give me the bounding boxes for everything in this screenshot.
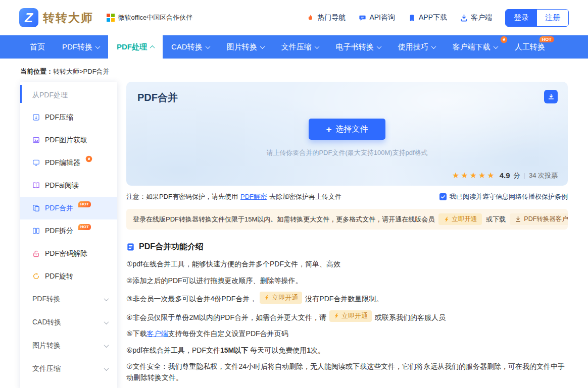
sidebar-item-pdf-ai-read[interactable]: PDFai阅读: [20, 174, 117, 197]
lightning-icon: [264, 295, 270, 301]
sidebar-item-pdf-rotate[interactable]: PDF旋转: [20, 265, 117, 288]
hot-nav-link[interactable]: 热门导航: [307, 13, 346, 22]
flame-icon: [307, 14, 314, 22]
sidebar-item-pdf-compress[interactable]: PDF压缩: [20, 106, 117, 129]
rating-unit: 分: [514, 171, 520, 180]
pdf-decrypt-link[interactable]: PDF解密: [240, 193, 267, 200]
feature-intro-section: PDF合并功能介绍 ①pdf在线合并工具，能够快速方便的合并多个PDF文件，简单…: [126, 242, 568, 383]
download-icon: [460, 14, 468, 22]
rating-votes: 34 次投票: [529, 171, 558, 180]
select-file-button[interactable]: + 选择文件: [309, 119, 385, 140]
logo-text: 转转大师: [43, 10, 93, 26]
nav-item-pdf-process[interactable]: PDF处理: [108, 35, 163, 59]
nav-item-pdf-convert[interactable]: PDF转换: [54, 35, 108, 59]
chevron-down-icon: [205, 44, 210, 49]
chat-icon: [359, 14, 366, 22]
split-icon: [32, 227, 40, 235]
flame-badge-icon: [85, 155, 92, 162]
nav-item-file-compress[interactable]: 文件压缩: [273, 35, 327, 59]
activate-vip-button[interactable]: 立即开通: [329, 310, 372, 322]
sidebar-item-pdf-merge[interactable]: PDF合并 HOT: [20, 197, 117, 219]
sidebar-item-pdf-editor[interactable]: PDF编辑器: [20, 151, 117, 174]
chevron-down-icon: [104, 296, 109, 301]
intro-line-5: ⑤下载客户端支持每份文件自定义设置PDF合并页码: [126, 328, 568, 340]
intro-line-2: ②添加之后的PDF可以进行拖拽更改顺序、删除等操作。: [126, 275, 568, 287]
nav-item-home[interactable]: 首页: [21, 35, 54, 59]
partner-badge: 微软office中国区合作伙伴: [107, 13, 192, 22]
intro-line-3: ③非会员一次最多可以合并4份PDF合并，立即开通没有PDF合并数量限制。: [126, 292, 568, 304]
sidebar-group-pdf-convert[interactable]: PDF转换: [20, 288, 117, 311]
compress-icon: [32, 114, 40, 121]
breadcrumb-prefix: 当前位置：: [20, 68, 53, 75]
rating: ★★★★★ 4.9 分 | 34 次投票: [452, 171, 558, 180]
logo-icon: Z: [19, 8, 38, 27]
chevron-up-icon: [150, 45, 155, 50]
download-icon: [548, 93, 555, 100]
sidebar-group-title: 从PDF处理: [20, 82, 117, 106]
chevron-down-icon: [104, 343, 109, 348]
auth-buttons: 登录 注册: [505, 9, 569, 27]
promo-or-text: 或下载: [486, 215, 506, 224]
sidebar-group-cad-convert[interactable]: CAD转换: [20, 311, 117, 334]
upload-panel[interactable]: PDF合并 + 选择文件 请上传你要合并的PDF文件(最大支持100M)支持pd…: [126, 82, 568, 186]
lightning-icon: [444, 216, 450, 223]
chevron-down-icon: [104, 366, 109, 371]
partner-text: 微软office中国区合作伙伴: [118, 13, 193, 22]
header-quick-links: 热门导航 API咨询 APP下载 客户端: [307, 13, 492, 22]
top-header: Z 转转大师 微软office中国区合作伙伴 热门导航 API咨询 APP下载 …: [0, 0, 588, 35]
intro-line-4: ④非会员仅限于单份2M以内的PDF合并，如需合并更大文件，请立即开通或联系我们的…: [126, 310, 568, 323]
intro-line-7: ⑦文件安全：我们尊重隐私权，文件24小时后将自动删除，无人能阅读或下载这些文件，…: [126, 361, 568, 383]
sidebar-group-image-convert[interactable]: 图片转换: [20, 334, 117, 357]
app-download-link[interactable]: APP下载: [408, 13, 447, 22]
nav-item-image-convert[interactable]: 图片转换: [218, 35, 273, 59]
rotate-icon: [32, 272, 40, 280]
client-download-pill[interactable]: PDF转换器客户端: [510, 213, 568, 225]
chevron-down-icon: [260, 44, 265, 49]
hot-badge: HOT: [540, 36, 554, 42]
nav-item-cad-convert[interactable]: CAD转换: [163, 35, 218, 59]
nav-item-tips[interactable]: 使用技巧: [389, 35, 444, 59]
sidebar-item-pdf-image-extract[interactable]: PDF图片获取: [20, 129, 117, 151]
agreement-label: 我已阅读并遵守信息网络传播权保护条例: [450, 192, 568, 201]
nav-item-client-download[interactable]: 客户端下载: [444, 35, 506, 59]
promo-text: 登录在线版PDF转换器转换文件仅限于15M以内。如需转换更大文件，更多格式文件，…: [133, 215, 434, 224]
rating-divider: |: [524, 172, 525, 179]
agreement-checkbox[interactable]: [439, 193, 447, 200]
main-nav: 首页 PDF转换 PDF处理 CAD转换 图片转换 文件压缩 电子书转换 使用技…: [0, 35, 588, 59]
sidebar-item-pdf-split[interactable]: PDF拆分 HOT: [20, 219, 117, 242]
logo[interactable]: Z 转转大师: [19, 8, 93, 27]
nav-item-manual-convert[interactable]: 人工转换 HOT: [506, 35, 554, 59]
unlock-icon: [32, 250, 40, 257]
upload-hint: 请上传你要合并的PDF文件(最大支持100M)支持pdf格式: [137, 148, 557, 157]
hot-badge: HOT: [78, 224, 91, 230]
book-icon: [32, 182, 40, 189]
intro-line-6: ⑥pdf在线合并工具，PDF文件15M以下 每天可以免费使用1次。: [126, 345, 568, 356]
chevron-down-icon: [376, 44, 381, 49]
vip-promo-bar: 登录在线版PDF转换器转换文件仅限于15M以内。如需转换更大文件，更多格式文件，…: [126, 209, 568, 230]
tool-title: PDF合并: [137, 91, 557, 104]
client-link[interactable]: 客户端: [147, 329, 168, 338]
agreement-row[interactable]: 我已阅读并遵守信息网络传播权保护条例: [439, 192, 568, 201]
intro-line-1: ①pdf在线合并工具，能够快速方便的合并多个PDF文件，简单、高效: [126, 259, 568, 270]
image-icon: [32, 136, 40, 144]
document-icon: [126, 243, 135, 251]
client-download-link[interactable]: 客户端: [460, 13, 492, 22]
download-client-button[interactable]: [544, 90, 558, 103]
sidebar-item-pdf-password-remove[interactable]: PDF密码解除: [20, 242, 117, 265]
sidebar: 从PDF处理 PDF压缩 PDF图片获取 PDF编辑器 PDFai阅读 PDF合…: [20, 82, 117, 388]
register-button[interactable]: 注册: [537, 10, 568, 26]
editor-icon: [32, 159, 40, 167]
activate-vip-button[interactable]: 立即开通: [260, 292, 302, 303]
chevron-down-icon: [314, 44, 319, 49]
intro-title: PDF合并功能介绍: [139, 242, 204, 252]
download-icon: [515, 216, 521, 223]
chevron-down-icon: [493, 44, 498, 49]
lightning-icon: [333, 313, 339, 319]
nav-item-ebook-convert[interactable]: 电子书转换: [327, 35, 389, 59]
phone-icon: [408, 14, 416, 22]
sidebar-group-file-compress[interactable]: 文件压缩: [20, 357, 117, 380]
login-button[interactable]: 登录: [506, 10, 537, 26]
password-notice: 注意：如果PDF有密码保护，请先使用PDF解密去除加密保护再上传文件: [126, 192, 341, 201]
api-consult-link[interactable]: API咨询: [359, 13, 395, 22]
activate-vip-button[interactable]: 立即开通: [438, 213, 482, 225]
